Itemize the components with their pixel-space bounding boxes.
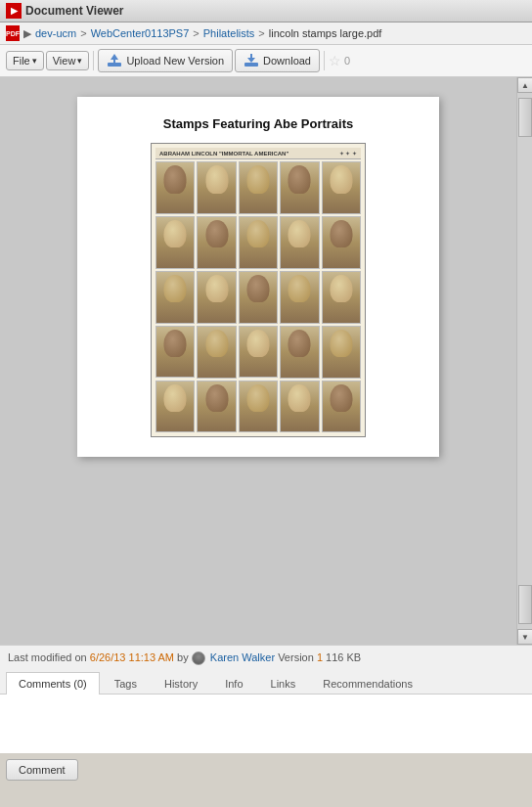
- modified-date: 6/26/13: [90, 651, 126, 663]
- tab-tags-label: Tags: [114, 678, 137, 690]
- breadcrumb-item-4[interactable]: lincoln stamps large.pdf: [269, 27, 382, 39]
- by-text: by: [177, 651, 192, 663]
- toolbar-sep1: [93, 51, 94, 70]
- svg-rect-2: [244, 63, 258, 67]
- scroll-up-button[interactable]: ▲: [517, 77, 532, 93]
- user-avatar-icon: [192, 651, 205, 665]
- stamp-3-2: [197, 271, 236, 324]
- pdf-page: Stamps Featuring Abe Portraits Abraham L…: [77, 97, 439, 457]
- stamp-3-3: [239, 271, 278, 324]
- download-icon: [244, 53, 259, 68]
- tab-links[interactable]: Links: [258, 672, 309, 695]
- tab-tags[interactable]: Tags: [102, 672, 150, 695]
- tab-comments-label: Comments (0): [19, 678, 87, 690]
- stamp-4-5: [322, 326, 361, 379]
- version-label: Version: [278, 651, 317, 663]
- breadcrumb-item-2[interactable]: WebCenter0113PS7: [91, 27, 190, 39]
- sep1: >: [80, 27, 86, 39]
- version-number: 1: [317, 651, 323, 663]
- stamp-1-2: [197, 161, 236, 214]
- breadcrumb-arrow: ▶: [23, 27, 31, 40]
- stamp-3-1: [155, 271, 195, 324]
- svg-marker-1: [111, 54, 118, 63]
- breadcrumb-item-3[interactable]: Philatelists: [203, 27, 255, 39]
- pdf-page-title: Stamps Featuring Abe Portraits: [163, 116, 354, 131]
- stamp-2-4: [280, 216, 319, 269]
- star-icon[interactable]: ☆: [329, 53, 341, 68]
- viewer-panel: Stamps Featuring Abe Portraits Abraham L…: [0, 77, 516, 645]
- scroll-up-arrow: ▲: [521, 81, 529, 90]
- stamp-5-3: [239, 381, 278, 433]
- toolbar: File View Upload New Version Download ☆ …: [0, 45, 532, 77]
- status-bar: Last modified on 6/26/13 11:13 AM by Kar…: [0, 645, 532, 671]
- scrollbar[interactable]: ▲ ▼: [516, 77, 532, 645]
- stamp-4-2: [197, 326, 236, 379]
- user-name-link[interactable]: Karen Walker: [210, 651, 275, 663]
- stamp-4-1: [155, 326, 195, 379]
- scroll-down-arrow: ▼: [521, 633, 529, 642]
- stamp-sheet: Abraham Lincoln "Immortal American" ✦ ✦ …: [151, 143, 366, 437]
- modified-time: 11:13 AM: [129, 651, 174, 663]
- tab-comments[interactable]: Comments (0): [6, 672, 100, 695]
- tab-recommendations-label: Recommendations: [323, 678, 413, 690]
- stamp-sheet-decoration: ✦ ✦ ✦: [339, 150, 357, 157]
- download-label: Download: [263, 55, 311, 67]
- stamp-2-1: [155, 216, 195, 269]
- sep3: >: [258, 27, 264, 39]
- toolbar-sep2: [324, 51, 325, 70]
- stamp-grid: [155, 161, 361, 432]
- star-area[interactable]: ☆ 0: [329, 53, 350, 68]
- tab-history-label: History: [164, 678, 198, 690]
- comment-button[interactable]: Comment: [6, 759, 78, 781]
- pdf-icon: PDF: [6, 25, 20, 41]
- scroll-thumb-bottom[interactable]: [518, 585, 532, 624]
- breadcrumb: PDF ▶ dev-ucm > WebCenter0113PS7 > Phila…: [0, 22, 532, 45]
- upload-label: Upload New Version: [126, 55, 224, 67]
- stamp-1-3: [239, 161, 278, 214]
- download-button[interactable]: Download: [235, 49, 320, 72]
- stamp-2-3: [239, 216, 278, 269]
- stamp-5-4: [280, 381, 319, 433]
- stamp-1-5: [322, 161, 361, 214]
- stamp-3-4: [280, 271, 319, 324]
- star-count: 0: [344, 55, 350, 67]
- modified-prefix: Last modified on: [8, 651, 90, 663]
- tab-links-label: Links: [271, 678, 296, 690]
- scroll-thumb-top[interactable]: [518, 98, 532, 137]
- svg-rect-0: [108, 63, 121, 67]
- stamp-5-1: [155, 381, 195, 433]
- title-bar: ▶ Document Viewer: [0, 0, 532, 22]
- app-title: Document Viewer: [25, 4, 123, 18]
- app-icon: ▶: [6, 3, 22, 19]
- scroll-down-button[interactable]: ▼: [517, 629, 532, 645]
- scroll-track[interactable]: [517, 93, 532, 629]
- file-size: 116 KB: [326, 651, 361, 663]
- stamp-5-2: [197, 381, 236, 433]
- sep2: >: [193, 27, 199, 39]
- main-viewer-area: Stamps Featuring Abe Portraits Abraham L…: [0, 77, 532, 645]
- stamp-sheet-title: Abraham Lincoln "Immortal American": [159, 151, 288, 157]
- tabs-bar: Comments (0) Tags History Info Links Rec…: [0, 671, 532, 695]
- stamp-2-5: [322, 216, 361, 269]
- stamp-1-4: [280, 161, 319, 214]
- stamp-2-2: [197, 216, 236, 269]
- file-menu[interactable]: File: [6, 51, 44, 70]
- stamp-3-5: [322, 271, 361, 324]
- stamp-5-5: [322, 381, 361, 433]
- breadcrumb-item-1[interactable]: dev-ucm: [35, 27, 76, 39]
- stamp-1-1: [155, 161, 195, 214]
- view-menu[interactable]: View: [46, 51, 90, 70]
- tab-info-label: Info: [225, 678, 243, 690]
- svg-marker-3: [247, 54, 255, 63]
- tab-content: [0, 695, 532, 753]
- upload-icon: [107, 53, 122, 68]
- stamp-sheet-header: Abraham Lincoln "Immortal American" ✦ ✦ …: [155, 148, 361, 159]
- upload-button[interactable]: Upload New Version: [98, 49, 233, 72]
- tab-recommendations[interactable]: Recommendations: [310, 672, 425, 695]
- tab-history[interactable]: History: [152, 672, 210, 695]
- stamp-4-3: [239, 326, 278, 379]
- stamp-4-4: [280, 326, 319, 379]
- tab-info[interactable]: Info: [212, 672, 255, 695]
